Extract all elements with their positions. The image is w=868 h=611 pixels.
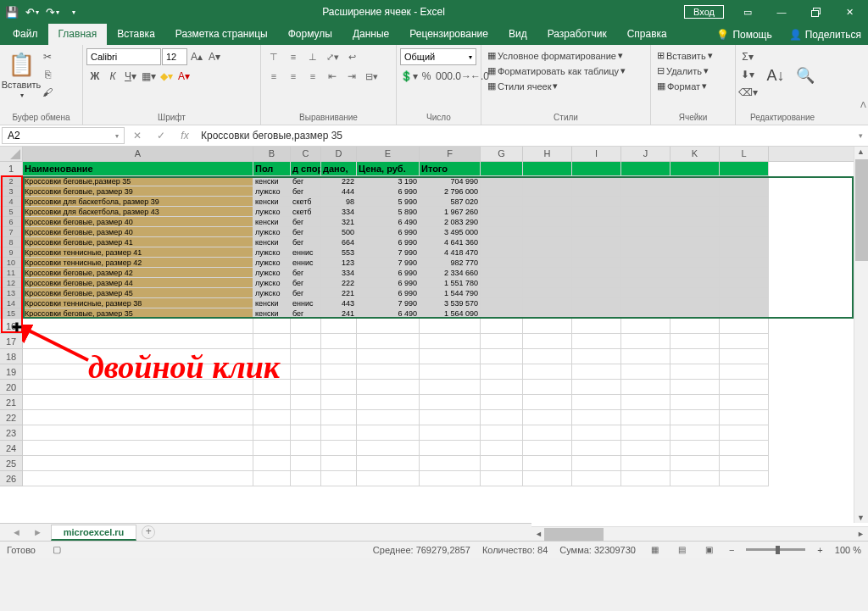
border-button[interactable]: ▦▾ <box>140 68 157 85</box>
cell[interactable]: 4 641 360 <box>420 237 481 247</box>
cell[interactable] <box>481 217 523 227</box>
save-button[interactable]: 💾 <box>2 2 22 22</box>
increase-indent-button[interactable]: ⇥ <box>342 68 361 85</box>
cell[interactable] <box>23 441 253 456</box>
cell[interactable] <box>420 380 481 395</box>
cell[interactable]: 334 <box>321 268 357 278</box>
macro-record-icon[interactable]: ▢ <box>53 544 61 555</box>
collapse-ribbon-icon[interactable]: ᐱ <box>860 100 866 109</box>
align-right-button[interactable]: ≡ <box>303 68 322 85</box>
cell[interactable] <box>23 319 253 334</box>
ribbon-options-button[interactable]: ▭ <box>731 0 765 24</box>
format-table-button[interactable]: ▦ Форматировать как таблицу▾ <box>485 64 628 78</box>
cell[interactable] <box>291 349 321 364</box>
cell[interactable] <box>720 364 769 380</box>
cell[interactable]: кенски <box>253 298 291 308</box>
cell[interactable] <box>621 268 670 278</box>
cell[interactable]: Кроссовки для баскетбола, размер 43 <box>23 207 253 217</box>
fx-icon[interactable]: fx <box>177 130 192 142</box>
cell[interactable] <box>420 471 481 486</box>
cell[interactable] <box>621 471 670 486</box>
row-header[interactable]: 3 <box>0 186 23 197</box>
cell[interactable] <box>523 425 572 441</box>
cell[interactable]: 221 <box>321 288 357 298</box>
tab-formulas[interactable]: Формулы <box>278 24 342 45</box>
cell[interactable] <box>357 334 420 349</box>
orientation-button[interactable]: ⤢▾ <box>323 48 342 65</box>
cell[interactable]: д спор <box>291 162 321 176</box>
cell[interactable]: Кроссовки теннисные, размер 38 <box>23 298 253 308</box>
cell[interactable]: Кроссовки беговые, размер 44 <box>23 278 253 288</box>
cell[interactable] <box>291 471 321 486</box>
row-header[interactable]: 22 <box>0 410 23 425</box>
row-header[interactable]: 25 <box>0 456 23 471</box>
conditional-formatting-button[interactable]: ▦ Условное форматирование▾ <box>485 48 626 63</box>
cell[interactable] <box>572 237 621 247</box>
cell[interactable] <box>720 197 769 207</box>
cell[interactable]: лужско <box>253 247 291 258</box>
cell[interactable] <box>420 364 481 380</box>
autosum-button[interactable]: Σ▾ <box>739 48 756 65</box>
cell[interactable] <box>621 380 670 395</box>
cell[interactable] <box>670 247 720 258</box>
cell[interactable] <box>621 308 670 319</box>
cell[interactable] <box>420 425 481 441</box>
worksheet-grid[interactable]: ABCDEFGHIJKL 1НаименованиеПолд спордано,… <box>0 147 868 541</box>
cell[interactable]: 704 990 <box>420 176 481 186</box>
cell[interactable] <box>321 380 357 395</box>
cell[interactable] <box>523 364 572 380</box>
cell[interactable]: 587 020 <box>420 197 481 207</box>
cell[interactable] <box>670 268 720 278</box>
cell[interactable] <box>481 258 523 268</box>
tab-review[interactable]: Рецензирование <box>399 24 498 45</box>
column-headers[interactable]: ABCDEFGHIJKL <box>23 147 868 162</box>
cell[interactable] <box>23 410 253 425</box>
cell[interactable] <box>321 456 357 471</box>
cell[interactable]: 2 334 660 <box>420 268 481 278</box>
cell[interactable] <box>357 471 420 486</box>
font-name-input[interactable] <box>86 48 161 65</box>
cell[interactable]: Кроссовки теннисные, размер 41 <box>23 247 253 258</box>
cell[interactable] <box>481 395 523 410</box>
cell[interactable] <box>481 162 523 176</box>
cell[interactable] <box>523 268 572 278</box>
cell[interactable]: 5 890 <box>357 207 420 217</box>
column-header-D[interactable]: D <box>321 147 357 161</box>
cell[interactable] <box>720 425 769 441</box>
cell[interactable] <box>523 334 572 349</box>
cell[interactable]: кенски <box>253 176 291 186</box>
cell[interactable] <box>420 319 481 334</box>
cell[interactable] <box>621 162 670 176</box>
cell[interactable]: 222 <box>321 176 357 186</box>
cell[interactable]: 6 990 <box>357 237 420 247</box>
underline-button[interactable]: Ч▾ <box>122 68 139 85</box>
cell[interactable] <box>481 364 523 380</box>
decrease-indent-button[interactable]: ⇤ <box>323 68 342 85</box>
share-button[interactable]: Поделиться <box>805 29 861 41</box>
column-header-J[interactable]: J <box>621 147 670 161</box>
cell[interactable]: кенски <box>253 217 291 227</box>
cell[interactable] <box>720 217 769 227</box>
cell[interactable]: бег <box>291 176 321 186</box>
row-header[interactable]: 9 <box>0 247 23 258</box>
delete-cells-button[interactable]: ⊟ Удалить▾ <box>654 64 711 78</box>
cell[interactable] <box>572 425 621 441</box>
cell[interactable]: 6 990 <box>357 186 420 197</box>
cell[interactable] <box>572 247 621 258</box>
qat-customize[interactable]: ▾ <box>63 2 83 22</box>
row-header[interactable]: 12 <box>0 278 23 288</box>
row-header[interactable]: 20 <box>0 380 23 395</box>
cell[interactable]: бег <box>291 278 321 288</box>
cell[interactable] <box>321 319 357 334</box>
column-header-E[interactable]: E <box>357 147 420 161</box>
cell[interactable] <box>720 227 769 237</box>
cell[interactable] <box>523 162 572 176</box>
row-header[interactable]: 11 <box>0 268 23 278</box>
cell[interactable]: 4 418 470 <box>420 247 481 258</box>
cell[interactable] <box>572 319 621 334</box>
cell[interactable]: Кроссовки беговые, размер 39 <box>23 186 253 197</box>
cell[interactable]: 6 490 <box>357 217 420 227</box>
column-header-I[interactable]: I <box>572 147 621 161</box>
cell[interactable] <box>572 410 621 425</box>
cell[interactable] <box>720 441 769 456</box>
